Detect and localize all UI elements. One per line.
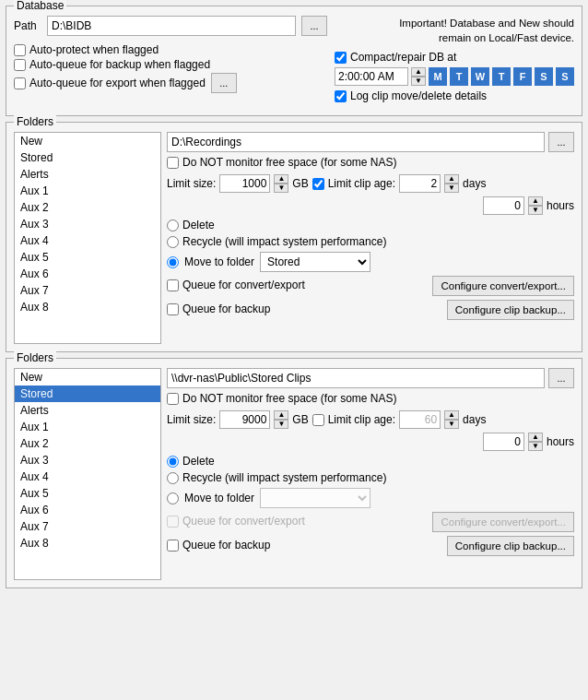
- auto-protect-checkbox[interactable]: [14, 44, 26, 56]
- folder1-hours-down-btn[interactable]: ▼: [528, 206, 543, 215]
- folder1-hours-up-btn[interactable]: ▲: [528, 196, 543, 206]
- folder1-recycle-label: Recycle (will impact system performance): [182, 235, 386, 248]
- folder1-size-up-btn[interactable]: ▲: [274, 174, 288, 184]
- folder2-item-aux3[interactable]: Aux 3: [15, 452, 160, 469]
- day-mon-btn[interactable]: M: [429, 67, 447, 86]
- folder1-delete-label: Delete: [182, 219, 215, 231]
- folder1-item-aux4[interactable]: Aux 4: [15, 232, 160, 249]
- export-browse-btn[interactable]: ...: [211, 73, 237, 93]
- folders1-title: Folders: [14, 115, 56, 128]
- folder2-item-stored[interactable]: Stored: [15, 386, 160, 402]
- folder1-configure-backup-btn[interactable]: Configure clip backup...: [447, 300, 574, 320]
- folder1-limit-age-checkbox[interactable]: [312, 178, 324, 190]
- folder2-item-aux6[interactable]: Aux 6: [15, 502, 160, 518]
- folder2-delete-radio[interactable]: [167, 456, 179, 468]
- folder2-item-aux2[interactable]: Aux 2: [15, 435, 160, 452]
- folder2-no-monitor-checkbox[interactable]: [167, 393, 179, 405]
- compact-checkbox[interactable]: [335, 52, 347, 64]
- day-sat-btn[interactable]: S: [535, 67, 553, 86]
- folder1-limit-size-input[interactable]: [219, 174, 270, 193]
- auto-queue-export-label: Auto-queue for export when flagged: [29, 77, 206, 89]
- folder2-move-select[interactable]: Stored Alerts: [260, 488, 370, 508]
- compact-time-input[interactable]: [335, 67, 408, 86]
- folder2-item-aux7[interactable]: Aux 7: [15, 518, 160, 535]
- folder1-hours-input[interactable]: [483, 196, 524, 215]
- folders1-group: Folders New Stored Alerts Aux 1 Aux 2 Au…: [6, 122, 582, 352]
- folder1-item-aux5[interactable]: Aux 5: [15, 249, 160, 266]
- folder1-no-monitor-checkbox[interactable]: [167, 157, 179, 169]
- folder1-limit-age-input[interactable]: [399, 174, 441, 193]
- folder1-limit-age-label: Limit clip age:: [328, 177, 395, 190]
- folder1-item-new[interactable]: New: [15, 133, 160, 149]
- folder1-delete-radio[interactable]: [167, 219, 179, 231]
- time-down-btn[interactable]: ▼: [411, 77, 426, 86]
- folder2-age-up-btn[interactable]: ▲: [444, 410, 459, 420]
- folder1-path-input[interactable]: [167, 132, 545, 152]
- folder2-configure-convert-btn[interactable]: Configure convert/export...: [432, 512, 574, 532]
- folder2-limit-size-input[interactable]: [219, 410, 270, 429]
- folder2-queue-convert-label: Queue for convert/export: [182, 515, 305, 528]
- day-fri-btn[interactable]: F: [513, 67, 532, 86]
- folder1-queue-backup-checkbox[interactable]: [167, 303, 179, 315]
- folder1-size-down-btn[interactable]: ▼: [274, 184, 288, 193]
- auto-queue-export-checkbox[interactable]: [14, 77, 26, 89]
- folder1-item-aux8[interactable]: Aux 8: [15, 299, 160, 315]
- db-browse-btn[interactable]: ...: [301, 16, 327, 36]
- folder2-queue-backup-checkbox[interactable]: [167, 540, 179, 552]
- folder1-item-aux2[interactable]: Aux 2: [15, 199, 160, 216]
- folder2-queue-convert-checkbox[interactable]: [167, 516, 179, 528]
- folder2-hours-up-btn[interactable]: ▲: [528, 433, 543, 442]
- folders2-title: Folders: [14, 351, 56, 364]
- folder2-item-aux5[interactable]: Aux 5: [15, 485, 160, 502]
- folder1-item-aux1[interactable]: Aux 1: [15, 183, 160, 199]
- time-up-btn[interactable]: ▲: [411, 67, 426, 77]
- folder1-move-select[interactable]: Stored Alerts Aux 1 Aux 2 Aux 3: [260, 252, 370, 272]
- auto-protect-label: Auto-protect when flagged: [29, 43, 159, 56]
- folder1-configure-convert-btn[interactable]: Configure convert/export...: [432, 276, 574, 296]
- folder2-size-down-btn[interactable]: ▼: [274, 420, 288, 429]
- folder1-settings: ... Do NOT monitor free space (for some …: [161, 132, 574, 344]
- folder1-move-radio[interactable]: [167, 256, 179, 268]
- auto-queue-backup-checkbox[interactable]: [14, 59, 26, 71]
- folder2-queue-backup-label: Queue for backup: [182, 539, 270, 552]
- auto-queue-backup-label: Auto-queue for backup when flagged: [29, 58, 210, 71]
- folder1-browse-btn[interactable]: ...: [548, 132, 574, 152]
- day-wed-btn[interactable]: W: [471, 67, 489, 86]
- database-title: Database: [14, 0, 66, 12]
- folder2-browse-btn[interactable]: ...: [548, 368, 574, 388]
- db-path-input[interactable]: [47, 16, 296, 36]
- day-tue-btn[interactable]: T: [450, 67, 468, 86]
- folder2-configure-backup-btn[interactable]: Configure clip backup...: [447, 536, 574, 556]
- folder2-item-alerts[interactable]: Alerts: [15, 402, 160, 419]
- folder2-limit-age-input[interactable]: [399, 410, 441, 429]
- folder2-limit-age-label: Limit clip age:: [328, 413, 395, 426]
- folder2-recycle-radio[interactable]: [167, 472, 179, 484]
- folder1-recycle-radio[interactable]: [167, 236, 179, 248]
- folder1-age-down-btn[interactable]: ▼: [444, 184, 459, 193]
- folder2-recycle-label: Recycle (will impact system performance): [182, 471, 386, 484]
- folder2-move-radio[interactable]: [167, 492, 179, 504]
- folder2-path-input[interactable]: [167, 368, 545, 388]
- folder2-hours-input[interactable]: [483, 433, 524, 451]
- folder2-item-aux8[interactable]: Aux 8: [15, 535, 160, 552]
- folder2-limit-age-checkbox[interactable]: [312, 414, 324, 426]
- log-label: Log clip move/delete details: [350, 89, 487, 102]
- important-text: Important! Database and New shouldremain…: [399, 16, 574, 45]
- folder1-age-up-btn[interactable]: ▲: [444, 174, 459, 184]
- folder2-age-down-btn[interactable]: ▼: [444, 420, 459, 429]
- folder2-item-aux4[interactable]: Aux 4: [15, 469, 160, 485]
- folder1-item-alerts[interactable]: Alerts: [15, 166, 160, 183]
- folder1-move-label: Move to folder: [184, 255, 254, 268]
- folder2-item-new[interactable]: New: [15, 369, 160, 386]
- day-thu-btn[interactable]: T: [492, 67, 511, 86]
- day-sun-btn[interactable]: S: [556, 67, 574, 86]
- folder1-item-aux7[interactable]: Aux 7: [15, 282, 160, 299]
- folder1-item-aux3[interactable]: Aux 3: [15, 216, 160, 232]
- folder1-queue-convert-checkbox[interactable]: [167, 279, 179, 291]
- folder2-hours-down-btn[interactable]: ▼: [528, 442, 543, 451]
- folder1-item-aux6[interactable]: Aux 6: [15, 266, 160, 282]
- folder2-item-aux1[interactable]: Aux 1: [15, 419, 160, 435]
- log-checkbox[interactable]: [335, 90, 347, 102]
- folder2-size-up-btn[interactable]: ▲: [274, 410, 288, 420]
- folder1-item-stored[interactable]: Stored: [15, 149, 160, 166]
